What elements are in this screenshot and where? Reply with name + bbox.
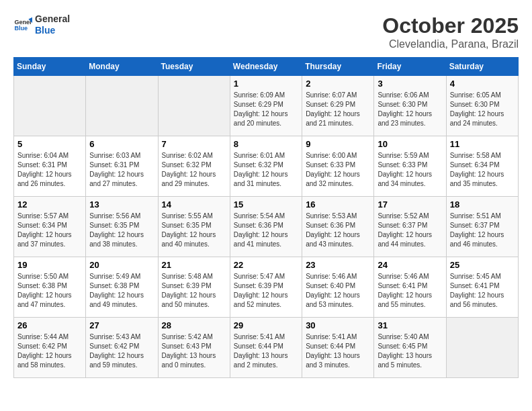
day-number: 29 <box>234 320 298 330</box>
day-info: Sunrise: 6:04 AM Sunset: 6:31 PM Dayligh… <box>17 151 82 189</box>
logo: General Blue General Blue <box>13 13 70 36</box>
calendar-cell: 2Sunrise: 6:07 AM Sunset: 6:29 PM Daylig… <box>302 76 374 136</box>
day-info: Sunrise: 5:45 AM Sunset: 6:41 PM Dayligh… <box>450 272 515 310</box>
calendar-cell: 15Sunrise: 5:54 AM Sunset: 6:36 PM Dayli… <box>230 197 302 257</box>
day-number: 27 <box>89 320 154 330</box>
header: General Blue General Blue October 2025 C… <box>13 13 519 50</box>
calendar-cell: 22Sunrise: 5:47 AM Sunset: 6:39 PM Dayli… <box>230 257 302 318</box>
day-number: 10 <box>378 139 442 149</box>
day-info: Sunrise: 5:53 AM Sunset: 6:36 PM Dayligh… <box>306 212 370 249</box>
day-number: 14 <box>162 199 226 210</box>
day-info: Sunrise: 6:09 AM Sunset: 6:29 PM Dayligh… <box>234 91 298 128</box>
day-info: Sunrise: 5:46 AM Sunset: 6:41 PM Dayligh… <box>378 272 442 310</box>
logo-text-blue: Blue <box>35 25 70 36</box>
day-info: Sunrise: 6:00 AM Sunset: 6:33 PM Dayligh… <box>306 151 370 189</box>
calendar-cell: 27Sunrise: 5:43 AM Sunset: 6:42 PM Dayli… <box>86 318 158 378</box>
day-info: Sunrise: 5:56 AM Sunset: 6:35 PM Dayligh… <box>89 212 154 249</box>
day-info: Sunrise: 6:03 AM Sunset: 6:31 PM Dayligh… <box>89 151 154 189</box>
calendar-cell: 21Sunrise: 5:48 AM Sunset: 6:39 PM Dayli… <box>158 257 230 318</box>
day-info: Sunrise: 5:50 AM Sunset: 6:38 PM Dayligh… <box>17 272 82 310</box>
day-info: Sunrise: 6:01 AM Sunset: 6:32 PM Dayligh… <box>234 151 298 189</box>
calendar-cell: 9Sunrise: 6:00 AM Sunset: 6:33 PM Daylig… <box>302 136 374 197</box>
calendar-cell: 28Sunrise: 5:42 AM Sunset: 6:43 PM Dayli… <box>158 318 230 378</box>
day-number: 19 <box>17 260 82 270</box>
calendar-cell: 7Sunrise: 6:02 AM Sunset: 6:32 PM Daylig… <box>158 136 230 197</box>
day-number: 12 <box>17 199 82 210</box>
week-row-2: 5Sunrise: 6:04 AM Sunset: 6:31 PM Daylig… <box>14 136 519 197</box>
day-info: Sunrise: 5:49 AM Sunset: 6:38 PM Dayligh… <box>89 272 154 310</box>
day-number: 23 <box>306 260 370 270</box>
weekday-header-friday: Friday <box>374 58 446 76</box>
week-row-4: 19Sunrise: 5:50 AM Sunset: 6:38 PM Dayli… <box>14 257 519 318</box>
day-info: Sunrise: 5:59 AM Sunset: 6:33 PM Dayligh… <box>378 151 442 189</box>
day-number: 13 <box>89 199 154 210</box>
weekday-header-tuesday: Tuesday <box>158 58 230 76</box>
day-info: Sunrise: 5:48 AM Sunset: 6:39 PM Dayligh… <box>162 272 226 310</box>
weekday-header-thursday: Thursday <box>302 58 374 76</box>
day-number: 25 <box>450 260 515 270</box>
calendar-cell <box>446 318 518 378</box>
calendar-cell: 29Sunrise: 5:41 AM Sunset: 6:44 PM Dayli… <box>230 318 302 378</box>
calendar-cell <box>158 76 230 136</box>
calendar-cell: 25Sunrise: 5:45 AM Sunset: 6:41 PM Dayli… <box>446 257 518 318</box>
calendar-table: SundayMondayTuesdayWednesdayThursdayFrid… <box>13 57 519 378</box>
calendar-cell: 16Sunrise: 5:53 AM Sunset: 6:36 PM Dayli… <box>302 197 374 257</box>
calendar-cell: 14Sunrise: 5:55 AM Sunset: 6:35 PM Dayli… <box>158 197 230 257</box>
calendar-cell: 12Sunrise: 5:57 AM Sunset: 6:34 PM Dayli… <box>14 197 86 257</box>
week-row-1: 1Sunrise: 6:09 AM Sunset: 6:29 PM Daylig… <box>14 76 519 136</box>
day-info: Sunrise: 5:46 AM Sunset: 6:40 PM Dayligh… <box>306 272 370 310</box>
day-info: Sunrise: 6:07 AM Sunset: 6:29 PM Dayligh… <box>306 91 370 128</box>
weekday-header-monday: Monday <box>86 58 158 76</box>
day-info: Sunrise: 5:44 AM Sunset: 6:42 PM Dayligh… <box>17 332 82 370</box>
day-number: 9 <box>306 139 370 149</box>
calendar-cell: 19Sunrise: 5:50 AM Sunset: 6:38 PM Dayli… <box>14 257 86 318</box>
calendar-cell: 8Sunrise: 6:01 AM Sunset: 6:32 PM Daylig… <box>230 136 302 197</box>
title-area: October 2025 Clevelandia, Parana, Brazil <box>382 13 519 50</box>
calendar-cell <box>14 76 86 136</box>
calendar-cell: 18Sunrise: 5:51 AM Sunset: 6:37 PM Dayli… <box>446 197 518 257</box>
day-info: Sunrise: 5:40 AM Sunset: 6:45 PM Dayligh… <box>378 332 442 370</box>
calendar-cell: 11Sunrise: 5:58 AM Sunset: 6:34 PM Dayli… <box>446 136 518 197</box>
day-info: Sunrise: 5:47 AM Sunset: 6:39 PM Dayligh… <box>234 272 298 310</box>
day-number: 15 <box>234 199 298 210</box>
day-number: 6 <box>89 139 154 149</box>
week-row-5: 26Sunrise: 5:44 AM Sunset: 6:42 PM Dayli… <box>14 318 519 378</box>
day-info: Sunrise: 5:42 AM Sunset: 6:43 PM Dayligh… <box>162 332 226 370</box>
calendar-cell: 5Sunrise: 6:04 AM Sunset: 6:31 PM Daylig… <box>14 136 86 197</box>
day-number: 5 <box>17 139 82 149</box>
day-number: 7 <box>162 139 226 149</box>
calendar-cell: 30Sunrise: 5:41 AM Sunset: 6:44 PM Dayli… <box>302 318 374 378</box>
calendar-cell: 10Sunrise: 5:59 AM Sunset: 6:33 PM Dayli… <box>374 136 446 197</box>
day-number: 28 <box>162 320 226 330</box>
day-number: 8 <box>234 139 298 149</box>
weekday-header-saturday: Saturday <box>446 58 518 76</box>
calendar-cell: 23Sunrise: 5:46 AM Sunset: 6:40 PM Dayli… <box>302 257 374 318</box>
day-number: 31 <box>378 320 442 330</box>
day-info: Sunrise: 5:41 AM Sunset: 6:44 PM Dayligh… <box>234 332 298 370</box>
weekday-header-row: SundayMondayTuesdayWednesdayThursdayFrid… <box>14 58 519 76</box>
calendar-header: SundayMondayTuesdayWednesdayThursdayFrid… <box>14 58 519 76</box>
week-row-3: 12Sunrise: 5:57 AM Sunset: 6:34 PM Dayli… <box>14 197 519 257</box>
calendar-cell: 4Sunrise: 6:05 AM Sunset: 6:30 PM Daylig… <box>446 76 518 136</box>
calendar-title: October 2025 <box>382 13 519 38</box>
calendar-body: 1Sunrise: 6:09 AM Sunset: 6:29 PM Daylig… <box>14 76 519 378</box>
day-number: 24 <box>378 260 442 270</box>
calendar-cell: 3Sunrise: 6:06 AM Sunset: 6:30 PM Daylig… <box>374 76 446 136</box>
calendar-cell: 6Sunrise: 6:03 AM Sunset: 6:31 PM Daylig… <box>86 136 158 197</box>
day-number: 11 <box>450 139 515 149</box>
calendar-cell: 13Sunrise: 5:56 AM Sunset: 6:35 PM Dayli… <box>86 197 158 257</box>
logo-icon: General Blue <box>13 15 32 34</box>
day-number: 21 <box>162 260 226 270</box>
day-info: Sunrise: 5:52 AM Sunset: 6:37 PM Dayligh… <box>378 212 442 249</box>
logo-text-general: General <box>35 13 70 25</box>
calendar-cell: 1Sunrise: 6:09 AM Sunset: 6:29 PM Daylig… <box>230 76 302 136</box>
day-info: Sunrise: 5:54 AM Sunset: 6:36 PM Dayligh… <box>234 212 298 249</box>
day-info: Sunrise: 6:06 AM Sunset: 6:30 PM Dayligh… <box>378 91 442 128</box>
day-info: Sunrise: 6:02 AM Sunset: 6:32 PM Dayligh… <box>162 151 226 189</box>
svg-text:Blue: Blue <box>14 25 28 32</box>
calendar-cell: 20Sunrise: 5:49 AM Sunset: 6:38 PM Dayli… <box>86 257 158 318</box>
day-number: 30 <box>306 320 370 330</box>
day-info: Sunrise: 5:51 AM Sunset: 6:37 PM Dayligh… <box>450 212 515 249</box>
calendar-cell: 24Sunrise: 5:46 AM Sunset: 6:41 PM Dayli… <box>374 257 446 318</box>
weekday-header-sunday: Sunday <box>14 58 86 76</box>
